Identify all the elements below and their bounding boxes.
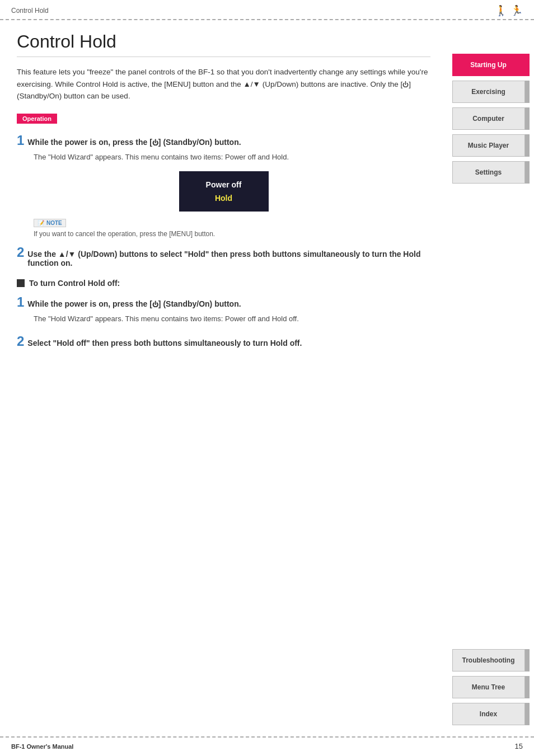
sidebar-tab-troubleshooting[interactable]: Troubleshooting xyxy=(452,649,525,672)
header-bar: Control Hold 🚶 🏃 xyxy=(0,0,534,20)
sidebar-tab-menu-tree[interactable]: Menu Tree xyxy=(452,676,525,698)
step-off-1-body: The "Hold Wizard" appears. This menu con… xyxy=(34,313,430,325)
sidebar-item-settings[interactable]: Settings xyxy=(447,161,534,184)
standby-symbol-3: ⏻ xyxy=(152,301,158,308)
operation-label: Operation xyxy=(17,114,57,124)
note-box: 📝 NOTE If you want to cancel the operati… xyxy=(34,218,430,239)
step-off-2-title: Select "Hold off" then press both button… xyxy=(27,339,302,348)
sidebar-accent-exercising xyxy=(525,81,530,103)
sidebar: Starting Up Exercising Computer Music Pl… xyxy=(447,20,534,736)
note-icon: 📝 xyxy=(38,220,44,226)
header-title: Control Hold xyxy=(11,7,49,15)
step-on-1-title: While the power is on, press the [⏻] (St… xyxy=(27,138,241,147)
step-off-2-header: 2 Select "Hold off" then press both butt… xyxy=(17,334,430,349)
step-on-2-title: Use the ▲/▼ (Up/Down) buttons to select … xyxy=(27,250,430,267)
sidebar-accent-menu-tree xyxy=(525,676,530,698)
sidebar-item-computer[interactable]: Computer xyxy=(447,107,534,130)
sidebar-tab-computer[interactable]: Computer xyxy=(452,107,525,130)
section-off-label: To turn Control Hold off: xyxy=(29,279,120,288)
page-wrapper: Control Hold 🚶 🏃 Control Hold This featu… xyxy=(0,0,534,756)
sidebar-tab-music-player[interactable]: Music Player xyxy=(452,134,525,157)
step-on-1-number: 1 xyxy=(17,133,24,148)
power-menu-diagram: Power off Hold xyxy=(179,171,269,212)
sidebar-accent-starting-up xyxy=(525,54,530,76)
standby-symbol: ⏻ xyxy=(402,81,409,88)
sidebar-spacer xyxy=(447,188,534,649)
step-on-2-number: 2 xyxy=(17,245,24,260)
intro-text: This feature lets you "freeze" the panel… xyxy=(17,66,430,102)
step-off-1-header: 1 While the power is on, press the [⏻] (… xyxy=(17,294,430,310)
footer: BF-1 Owner's Manual 15 xyxy=(0,736,534,755)
operation-badge: Operation xyxy=(17,114,430,133)
sidebar-tab-exercising[interactable]: Exercising xyxy=(452,81,525,103)
power-menu-item-1: Power off xyxy=(190,178,257,191)
sidebar-tab-settings[interactable]: Settings xyxy=(452,161,525,184)
power-menu-item-2: Hold xyxy=(190,191,257,205)
footer-manual: BF-1 Owner's Manual xyxy=(11,743,73,750)
step-on-2: 2 Use the ▲/▼ (Up/Down) buttons to selec… xyxy=(17,245,430,267)
sidebar-tab-index[interactable]: Index xyxy=(452,703,525,725)
header-icons: 🚶 🏃 xyxy=(495,4,523,17)
section-off-heading: To turn Control Hold off: xyxy=(17,279,430,288)
sidebar-accent-index xyxy=(525,703,530,725)
step-off-1-number: 1 xyxy=(17,294,24,310)
standby-symbol-2: ⏻ xyxy=(152,139,158,146)
sidebar-item-exercising[interactable]: Exercising xyxy=(447,81,534,103)
page-title: Control Hold xyxy=(17,31,430,57)
sidebar-item-menu-tree[interactable]: Menu Tree xyxy=(447,676,534,698)
note-text: If you want to cancel the operation, pre… xyxy=(34,229,430,239)
main-content: Control Hold This feature lets you "free… xyxy=(0,20,534,736)
note-label: 📝 NOTE xyxy=(34,219,66,227)
sidebar-item-music-player[interactable]: Music Player xyxy=(447,134,534,157)
step-on-1-header: 1 While the power is on, press the [⏻] (… xyxy=(17,133,430,148)
step-off-2-number: 2 xyxy=(17,334,24,349)
sidebar-item-index[interactable]: Index xyxy=(447,703,534,725)
footer-page: 15 xyxy=(515,742,523,750)
sidebar-tab-starting-up[interactable]: Starting Up xyxy=(452,54,525,76)
sidebar-accent-computer xyxy=(525,107,530,130)
step-on-2-header: 2 Use the ▲/▼ (Up/Down) buttons to selec… xyxy=(17,245,430,267)
step-off-1-title: While the power is on, press the [⏻] (St… xyxy=(27,299,241,308)
step-on-1: 1 While the power is on, press the [⏻] (… xyxy=(17,133,430,163)
step-on-1-body: The "Hold Wizard" appears. This menu con… xyxy=(34,152,430,163)
sidebar-item-starting-up[interactable]: Starting Up xyxy=(447,54,534,76)
walk-icon: 🚶 xyxy=(495,4,507,17)
sidebar-item-troubleshooting[interactable]: Troubleshooting xyxy=(447,649,534,672)
sidebar-accent-settings xyxy=(525,161,530,184)
content-area: Control Hold This feature lets you "free… xyxy=(0,20,447,736)
section-square-icon xyxy=(17,279,25,287)
sidebar-accent-troubleshooting xyxy=(525,649,530,672)
step-off-1: 1 While the power is on, press the [⏻] (… xyxy=(17,294,430,325)
step-off-2: 2 Select "Hold off" then press both butt… xyxy=(17,334,430,349)
sidebar-accent-music-player xyxy=(525,134,530,157)
run-icon: 🏃 xyxy=(510,4,523,17)
